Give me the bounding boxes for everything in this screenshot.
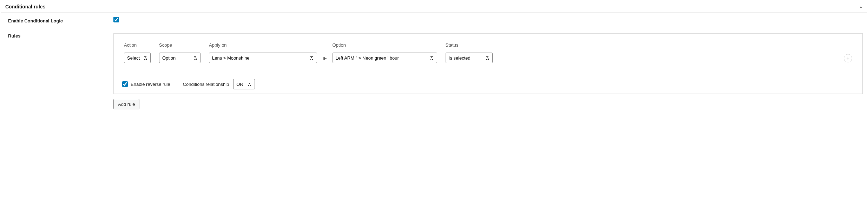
content-column: Action Select Scope Option — [111, 17, 863, 111]
panel-title: Conditional rules — [5, 4, 45, 9]
scope-field: Scope Option — [159, 42, 200, 63]
rule-row: Action Select Scope Option — [118, 38, 858, 69]
action-select[interactable]: Select — [124, 53, 151, 63]
rules-label: Rules — [8, 33, 105, 39]
plus-icon: + — [846, 55, 849, 61]
scope-header: Scope — [159, 42, 200, 48]
reverse-rule-label: Enable reverse rule — [131, 82, 170, 87]
reverse-rule-wrap[interactable]: Enable reverse rule — [122, 81, 170, 87]
rule-grid: Action Select Scope Option — [124, 42, 852, 63]
panel-body: Enable Conditional Logic Rules Action Se… — [1, 13, 867, 115]
apply-on-field: Apply on Lens > Moonshine — [209, 42, 317, 63]
relationship-label: Conditions relationship — [183, 82, 229, 87]
rules-container: Action Select Scope Option — [113, 33, 863, 94]
status-header: Status — [446, 42, 493, 48]
rule-footer: Enable reverse rule Conditions relations… — [118, 73, 858, 94]
collapse-caret-icon[interactable]: ▲ — [859, 5, 863, 9]
relationship-wrap: Conditions relationship OR — [183, 79, 255, 89]
if-label: IF — [323, 56, 327, 63]
add-rule-button[interactable]: Add rule — [113, 99, 139, 109]
enable-logic-checkbox[interactable] — [113, 17, 119, 22]
enable-logic-label: Enable Conditional Logic — [8, 18, 105, 23]
action-header: Action — [124, 42, 151, 48]
action-field: Action Select — [124, 42, 151, 63]
add-condition-button[interactable]: + — [844, 54, 852, 62]
option-select[interactable]: Left ARM " > Neon green ' bour — [333, 53, 437, 63]
apply-on-header: Apply on — [209, 42, 317, 48]
scope-select[interactable]: Option — [159, 53, 200, 63]
apply-on-select[interactable]: Lens > Moonshine — [209, 53, 317, 63]
panel-header[interactable]: Conditional rules ▲ — [1, 1, 867, 13]
status-field: Status Is selected — [446, 42, 493, 63]
option-header: Option — [333, 42, 437, 48]
labels-column: Enable Conditional Logic Rules — [5, 17, 111, 111]
conditional-rules-panel: Conditional rules ▲ Enable Conditional L… — [1, 1, 867, 115]
option-field: Option Left ARM " > Neon green ' bour — [333, 42, 437, 63]
status-select[interactable]: Is selected — [446, 53, 493, 63]
reverse-rule-checkbox[interactable] — [122, 81, 128, 87]
relationship-select[interactable]: OR — [233, 79, 255, 89]
